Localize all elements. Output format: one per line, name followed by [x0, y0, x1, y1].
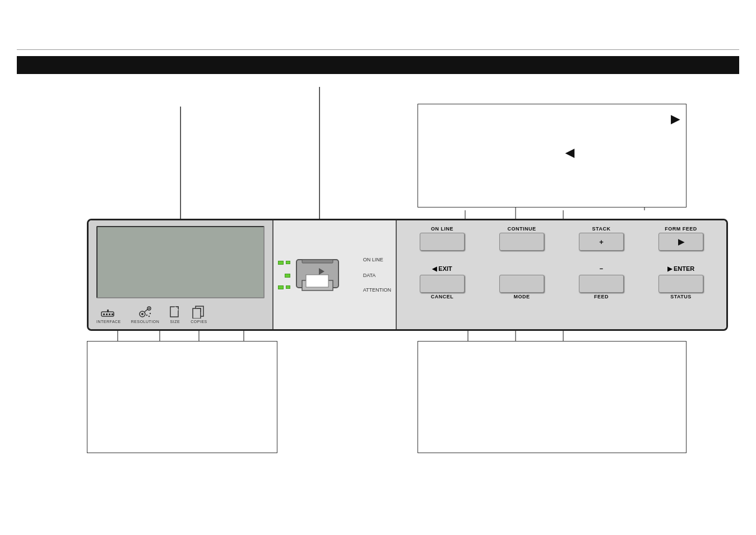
- led-label-attention: ATTENTION: [363, 287, 391, 293]
- resolution-label: RESOLUTION: [131, 320, 160, 324]
- svg-rect-34: [306, 275, 328, 287]
- btn-top-label-continue: CONTINUE: [508, 226, 536, 232]
- size-label: SIZE: [170, 320, 180, 324]
- enter-arrow-row: ▶ ENTER: [667, 264, 694, 274]
- led-attention-indicator2: [286, 285, 290, 289]
- svg-rect-17: [109, 313, 110, 315]
- printer-panel: INTERFACE RESOLUTION: [87, 219, 728, 331]
- lcd-screen: [96, 226, 265, 298]
- btn-formfeed[interactable]: ▶: [658, 233, 703, 251]
- arrow-right-indicator: ▶: [671, 110, 679, 128]
- btn-online[interactable]: [420, 233, 465, 251]
- btn-group-stack: STACK +: [563, 226, 640, 261]
- header-bar: [17, 56, 739, 74]
- top-rule: [17, 49, 739, 50]
- arrow-left-indicator: ◀: [565, 144, 574, 162]
- svg-rect-19: [107, 310, 109, 312]
- button-section: ON LINE CONTINUE STACK + FORM FEED ▶ ◀ E…: [397, 220, 726, 329]
- btn-group-formfeed: FORM FEED ▶: [642, 226, 720, 261]
- btn-bottom-label-cancel: CANCEL: [431, 294, 454, 299]
- interface-label: INTERFACE: [96, 320, 121, 324]
- arrow-right-btn: ▶: [678, 237, 684, 246]
- lcd-icon-size: SIZE: [169, 305, 180, 324]
- svg-point-24: [149, 308, 150, 309]
- btn-status[interactable]: [658, 275, 703, 293]
- copies-icon: [191, 305, 207, 319]
- svg-point-26: [149, 316, 150, 317]
- btn-cancel[interactable]: [420, 275, 465, 293]
- lcd-icons-row: INTERFACE RESOLUTION: [96, 303, 265, 324]
- btn-group-cancel: ◀ EXIT CANCEL: [403, 264, 481, 310]
- btn-group-continue: CONTINUE: [483, 226, 560, 261]
- callout-bottom-left: [87, 341, 277, 453]
- printer-graphic: [294, 251, 344, 296]
- led-data-indicator: [285, 274, 290, 278]
- svg-point-27: [150, 313, 151, 314]
- btn-group-feed: − FEED: [563, 264, 640, 310]
- minus-symbol-row: −: [600, 264, 603, 274]
- btn-continue[interactable]: [499, 233, 544, 251]
- btn-bottom-label-status: STATUS: [670, 294, 692, 299]
- btn-top-label-stack: STACK: [592, 226, 611, 232]
- vline-lcd: [180, 107, 181, 219]
- svg-rect-16: [106, 313, 108, 315]
- led-attention-indicator: [278, 285, 284, 289]
- btn-top-label-formfeed: FORM FEED: [665, 226, 697, 232]
- vline-printer: [319, 87, 320, 220]
- btn-group-mode: MODE: [483, 264, 560, 310]
- lcd-section: INTERFACE RESOLUTION: [89, 220, 273, 329]
- led-online-indicator2: [286, 261, 290, 264]
- led-label-data: DATA: [363, 273, 391, 278]
- printer-graphic-section: ON LINE DATA ATTENTION: [273, 220, 397, 329]
- btn-bottom-label-mode: MODE: [514, 294, 530, 299]
- btn-group-status: ▶ ENTER STATUS: [642, 264, 720, 310]
- svg-point-21: [141, 313, 143, 315]
- btn-feed[interactable]: [579, 275, 624, 293]
- exit-left-arrow: ◀ EXIT: [432, 264, 452, 274]
- lcd-icon-copies: COPIES: [191, 305, 207, 324]
- interface-icon: [100, 308, 117, 319]
- svg-point-25: [146, 315, 147, 316]
- size-icon: [169, 305, 180, 319]
- svg-rect-15: [103, 313, 105, 315]
- copies-label: COPIES: [191, 320, 207, 324]
- lcd-icon-interface: INTERFACE: [96, 308, 121, 324]
- btn-top-label-online: ON LINE: [431, 226, 453, 232]
- lcd-icon-resolution: RESOLUTION: [131, 306, 160, 324]
- led-label-online: ON LINE: [363, 257, 391, 262]
- callout-bottom-right: [418, 341, 687, 453]
- btn-stack[interactable]: +: [579, 233, 624, 251]
- btn-bottom-label-feed: FEED: [594, 294, 609, 299]
- led-online-indicator: [278, 261, 284, 265]
- btn-group-online: ON LINE: [403, 226, 481, 261]
- resolution-icon: [138, 306, 152, 319]
- svg-rect-18: [112, 313, 113, 315]
- callout-top-right: ▶ ◀: [418, 104, 687, 207]
- btn-mode[interactable]: [499, 275, 544, 293]
- plus-symbol: +: [599, 238, 604, 246]
- svg-rect-35: [302, 260, 333, 263]
